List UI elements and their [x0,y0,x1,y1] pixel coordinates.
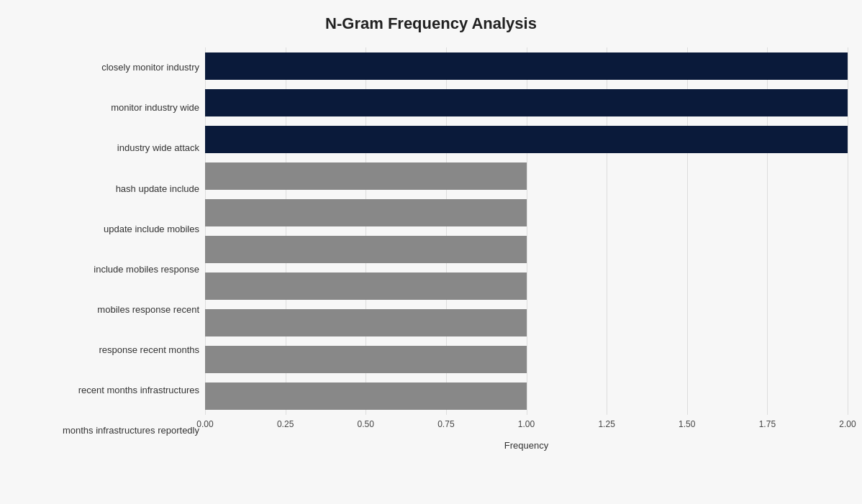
x-tick-label: 0.50 [358,419,374,429]
chart-container: N-Gram Frequency Analysis closely monito… [0,0,862,504]
chart-title: N-Gram Frequency Analysis [14,14,848,33]
bar [205,382,527,410]
bars-and-x: 0.000.250.500.751.001.251.501.752.00 Fre… [205,47,848,451]
bar [205,236,527,263]
y-label: monitor industry wide [14,88,199,128]
bar-row [205,194,848,231]
bars-area [205,47,848,415]
bar-row [205,342,848,378]
x-tick-label: 0.25 [277,419,294,429]
x-tick-label: 0.75 [437,419,454,429]
x-axis: 0.000.250.500.751.001.251.501.752.00 Fre… [205,415,848,451]
bar [205,89,848,116]
x-ticks: 0.000.250.500.751.001.251.501.752.00 [205,415,848,427]
x-tick-label: 1.50 [679,419,695,429]
y-label: response recent months [14,330,199,370]
bar-row [205,157,848,194]
grid-line [848,47,848,415]
bar [205,272,527,300]
bar-row [205,231,848,267]
bar-row [205,378,848,415]
bar [205,52,848,80]
y-label: closely monitor industry [14,47,199,88]
bar-row [205,121,848,157]
y-label: months infrastructures reportedly [14,411,199,451]
x-tick-label: 0.00 [196,419,213,429]
chart-area: closely monitor industrymonitor industry… [14,47,848,451]
bar [205,199,527,226]
bar [205,162,527,190]
bar-row [205,47,848,84]
y-label: hash update include [14,168,199,209]
bar-row [205,305,848,342]
bar [205,309,527,336]
y-label: include mobiles response [14,249,199,289]
x-tick-label: 1.75 [759,419,776,429]
x-tick-label: 2.00 [839,419,856,429]
y-label: update include mobiles [14,209,199,249]
y-axis: closely monitor industrymonitor industry… [14,47,205,451]
bar-row [205,84,848,121]
bar [205,126,848,153]
bars-rows [205,47,848,415]
x-tick-label: 1.00 [518,419,535,429]
x-tick-label: 1.25 [598,419,614,429]
y-label: recent months infrastructures [14,370,199,411]
y-label: mobiles response recent [14,290,199,330]
x-axis-label: Frequency [205,440,848,451]
y-label: industry wide attack [14,128,199,168]
bar-row [205,268,848,305]
bar [205,346,527,373]
